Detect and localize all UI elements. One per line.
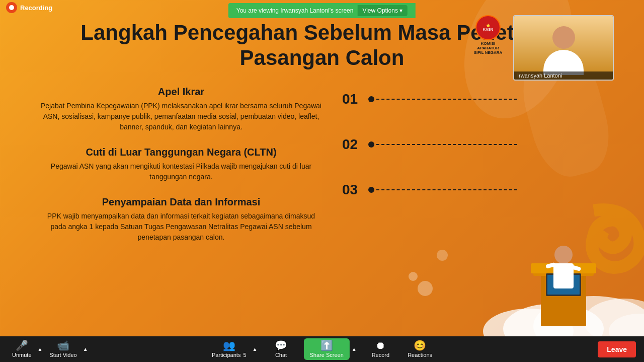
unmute-group: 🎤 Unmute ▲ — [8, 338, 43, 360]
screen-share-text: You are viewing Irwansyah Lantoni's scre… — [236, 7, 354, 14]
participants-caret[interactable]: ▲ — [252, 346, 259, 352]
record-button[interactable]: ⏺ Record — [368, 338, 393, 360]
kasn-emblem: ⭐KASN — [475, 15, 501, 40]
number-row-3: 03 — [342, 182, 517, 198]
item-2-description: Pegawai ASN yang akan mengikuti kontesta… — [30, 161, 332, 182]
start-video-button[interactable]: 📹 Start Video — [45, 338, 80, 360]
item-1-title: Apel Ikrar — [30, 86, 332, 98]
screen-share-notification: You are viewing Irwansyah Lantoni's scre… — [228, 3, 416, 18]
numbers-column: 01 02 03 — [332, 86, 517, 257]
start-video-caret[interactable]: ▲ — [82, 346, 89, 352]
dot-line-3 — [368, 187, 517, 193]
participants-count: 5 — [243, 352, 246, 358]
participants-button[interactable]: 👥 Participants 5 — [208, 338, 251, 360]
record-icon: ⏺ — [375, 340, 385, 350]
item-1: Apel Ikrar Pejabat Pembina Kepegawaian (… — [30, 86, 332, 132]
slide-title-line2: Pasangan Calon — [60, 45, 584, 70]
view-options-button[interactable]: View Options ▾ — [357, 5, 408, 16]
kasn-name: KOMISI APARATURSIPIL NEGARA — [473, 41, 503, 55]
share-screen-icon: ⬆️ — [320, 340, 333, 350]
number-2: 02 — [342, 136, 362, 153]
toolbar: 🎤 Unmute ▲ 📹 Start Video ▲ 👥 Participant… — [0, 336, 644, 362]
leave-button[interactable]: Leave — [598, 341, 636, 357]
unmute-caret[interactable]: ▲ — [37, 346, 44, 352]
circle-decoration-1 — [418, 281, 433, 296]
chat-button[interactable]: 💬 Chat — [269, 338, 294, 360]
participant-name-tag: Irwansyah Lantoni — [514, 71, 613, 80]
participants-icon: 👥 — [223, 340, 235, 350]
share-screen-button[interactable]: ⬆️ Share Screen — [304, 338, 350, 360]
number-3: 03 — [342, 182, 362, 198]
avatar — [514, 16, 613, 80]
participant-video-thumbnail: Irwansyah Lantoni — [513, 15, 614, 81]
item-3-title: Penyampaian Data dan Informasi — [30, 196, 332, 208]
dot-1 — [368, 96, 374, 102]
video-camera-icon: 📹 — [57, 340, 69, 350]
chat-icon: 💬 — [275, 340, 287, 350]
circle-decoration-2 — [409, 272, 418, 281]
number-1: 01 — [342, 91, 362, 107]
kasn-logo: ⭐KASN KOMISI APARATURSIPIL NEGARA — [473, 15, 503, 55]
slide-title-line1: Langkah Pencegahan Sebelum Masa Penetapa… — [60, 20, 584, 45]
items-list: Apel Ikrar Pejabat Pembina Kepegawaian (… — [30, 86, 332, 257]
avatar-body — [543, 50, 584, 75]
item-2-title: Cuti di Luar Tanggungan Negara (CLTN) — [30, 147, 332, 158]
avatar-content — [543, 26, 584, 75]
dot-line-2 — [368, 141, 517, 148]
participants-label: Participants 5 — [212, 352, 247, 358]
dashed-line-1 — [376, 99, 517, 100]
item-1-description: Pejabat Pembina Kepegawaian (PPK) melaks… — [30, 101, 332, 132]
number-row-1: 01 — [342, 91, 517, 107]
svg-rect-11 — [553, 263, 574, 288]
dot-line-1 — [368, 96, 517, 102]
share-screen-group: ⬆️ Share Screen ▲ — [304, 338, 358, 360]
recording-dot-icon — [6, 2, 17, 13]
reactions-icon: 😊 — [414, 340, 426, 350]
toolbar-left: 🎤 Unmute ▲ 📹 Start Video ▲ — [8, 338, 89, 360]
avatar-head — [552, 26, 575, 49]
slide-area: Recording You are viewing Irwansyah Lant… — [0, 0, 644, 336]
dashed-line-3 — [376, 189, 517, 190]
dot-3 — [368, 187, 374, 193]
dot-2 — [368, 141, 374, 148]
item-3-description: PPK wajib menyampaikan data dan informas… — [30, 211, 332, 243]
participants-group: 👥 Participants 5 ▲ — [208, 338, 259, 360]
slide-content: Apel Ikrar Pejabat Pembina Kepegawaian (… — [0, 81, 644, 257]
dashed-line-2 — [376, 144, 517, 145]
item-2: Cuti di Luar Tanggungan Negara (CLTN) Pe… — [30, 147, 332, 182]
item-3: Penyampaian Data dan Informasi PPK wajib… — [30, 196, 332, 243]
recording-label: Recording — [20, 4, 52, 12]
toolbar-right: Leave — [598, 341, 636, 357]
share-screen-caret[interactable]: ▲ — [351, 346, 358, 352]
reactions-button[interactable]: 😊 Reactions — [404, 338, 436, 360]
start-video-group: 📹 Start Video ▲ — [45, 338, 89, 360]
unmute-button[interactable]: 🎤 Unmute — [8, 338, 36, 360]
toolbar-center: 👥 Participants 5 ▲ 💬 Chat ⬆️ Share Scree… — [208, 338, 436, 360]
microphone-muted-icon: 🎤 — [16, 340, 28, 350]
number-row-2: 02 — [342, 136, 517, 153]
